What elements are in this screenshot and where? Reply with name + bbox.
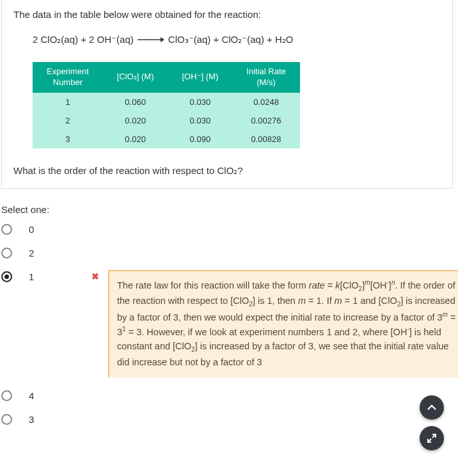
table-header-row: ExperimentNumber [ClO₂] (M) [OH⁻] (M) In… [33, 62, 300, 93]
equation-left: 2 ClO₂(aq) + 2 OH⁻(aq) [33, 34, 134, 45]
cell: 0.030 [168, 93, 232, 111]
scroll-top-button[interactable] [420, 395, 444, 420]
radio-icon[interactable] [1, 390, 12, 401]
cell: 0.00276 [232, 111, 299, 130]
cell: 2 [33, 111, 103, 130]
col-clo2: [ClO₂] (M) [103, 62, 168, 93]
cell: 3 [33, 130, 103, 148]
radio-icon[interactable] [1, 414, 12, 425]
col-oh: [OH⁻] (M) [168, 62, 232, 93]
cell: 1 [33, 93, 103, 111]
table-row: 1 0.060 0.030 0.0248 [33, 93, 300, 111]
data-table: ExperimentNumber [ClO₂] (M) [OH⁻] (M) In… [33, 62, 300, 148]
option-label: 1 [29, 270, 80, 282]
question-container: The data in the table below were obtaine… [1, 0, 453, 189]
option-row-0[interactable]: 0 [1, 223, 458, 235]
chevron-up-icon [427, 404, 436, 411]
option-row-1[interactable]: 2 [1, 246, 458, 258]
intro-text: The data in the table below were obtaine… [13, 9, 441, 20]
cell: 0.090 [168, 130, 232, 148]
cell: 0.020 [103, 111, 168, 130]
options-group: 0 2 1 ✖ The rate law for this reaction w… [1, 223, 458, 425]
select-one-label: Select one: [1, 204, 458, 215]
expand-icon [427, 434, 436, 443]
cell: 0.020 [103, 130, 168, 148]
option-label: 4 [29, 389, 80, 401]
equation-right: ClO₃⁻(aq) + ClO₂⁻(aq) + H₂O [168, 34, 294, 45]
option-row-2[interactable]: 1 ✖ The rate law for this reaction will … [1, 270, 458, 377]
feedback-box: The rate law for this reaction will take… [108, 270, 458, 377]
option-label: 3 [29, 413, 80, 425]
col-experiment: ExperimentNumber [33, 62, 103, 93]
table-row: 3 0.020 0.090 0.00828 [33, 130, 300, 148]
arrow-icon [138, 36, 164, 43]
option-label: 2 [29, 246, 80, 258]
radio-icon[interactable] [1, 224, 12, 235]
expand-button[interactable] [420, 426, 444, 450]
cell: 0.00828 [232, 130, 299, 148]
cell: 0.060 [103, 93, 168, 111]
option-row-3[interactable]: 4 [1, 389, 458, 401]
table-row: 2 0.020 0.030 0.00276 [33, 111, 300, 130]
question-text: What is the order of the reaction with r… [13, 165, 441, 177]
option-label: 0 [29, 223, 80, 235]
incorrect-icon: ✖ [91, 270, 99, 282]
radio-icon[interactable] [1, 271, 12, 282]
col-rate: Initial Rate(M/s) [232, 62, 299, 93]
radio-icon[interactable] [1, 248, 12, 258]
reaction-equation: 2 ClO₂(aq) + 2 OH⁻(aq) ClO₃⁻(aq) + ClO₂⁻… [33, 34, 441, 45]
option-row-4[interactable]: 3 [1, 413, 458, 425]
svg-marker-1 [161, 37, 164, 42]
cell: 0.0248 [232, 93, 299, 111]
cell: 0.030 [168, 111, 232, 130]
